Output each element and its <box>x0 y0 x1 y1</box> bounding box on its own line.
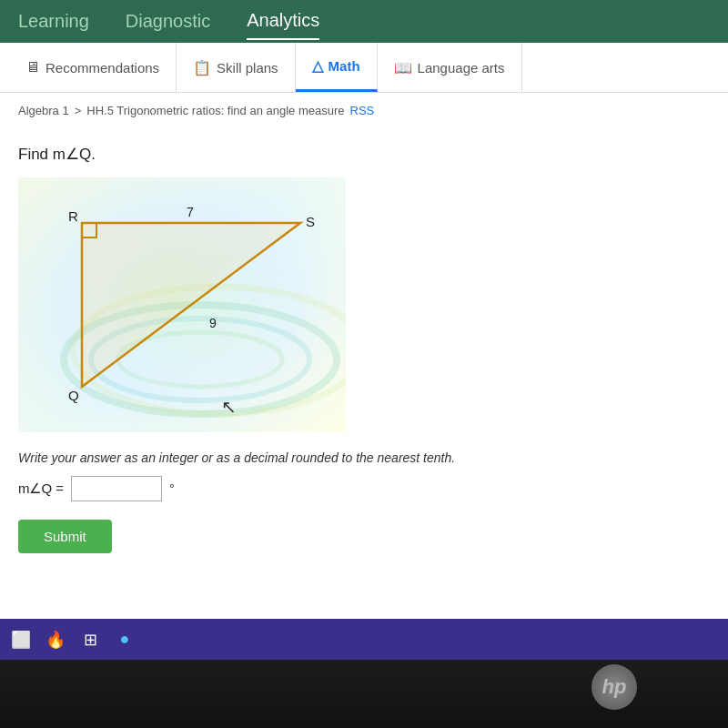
answer-label: m∠Q = <box>18 480 64 497</box>
taskbar-icon-2[interactable]: ⊞ <box>76 626 104 653</box>
main-content: Algebra 1 > HH.5 Trigonometric ratios: f… <box>0 93 728 593</box>
skill-plans-icon: 📋 <box>193 59 211 76</box>
recommendations-icon: 🖥 <box>25 59 40 76</box>
taskbar-icon-3[interactable]: ● <box>111 626 138 653</box>
language-arts-icon: 📖 <box>394 59 412 76</box>
vertex-r-label: R <box>68 208 78 224</box>
breadcrumb-parent[interactable]: Algebra 1 <box>18 104 69 117</box>
tab-recommendations-label: Recommendations <box>46 60 159 76</box>
triangle-diagram: R S Q 7 9 ↖ <box>18 177 346 432</box>
triangle-svg: R S Q 7 9 <box>18 177 346 432</box>
tab-language-arts-label: Language arts <box>418 60 505 76</box>
degree-symbol: ° <box>169 481 175 496</box>
side-hyp-label: 9 <box>209 316 217 330</box>
submit-button[interactable]: Submit <box>18 520 112 553</box>
answer-section: Write your answer as an integer or as a … <box>18 450 710 553</box>
answer-input[interactable] <box>71 476 162 501</box>
tab-bar: 🖥 Recommendations 📋 Skill plans △ Math 📖… <box>0 43 728 93</box>
taskbar-icon-0[interactable]: ⬜ <box>7 626 35 653</box>
tab-skill-plans[interactable]: 📋 Skill plans <box>177 43 296 92</box>
tab-math[interactable]: △ Math <box>296 43 378 92</box>
tab-math-label: Math <box>329 58 360 74</box>
breadcrumb-current: HH.5 Trigonometric ratios: find an angle… <box>86 104 344 117</box>
math-icon: △ <box>312 57 323 75</box>
answer-instruction: Write your answer as an integer or as a … <box>18 450 710 465</box>
problem-area: Find m∠Q. <box>18 136 710 562</box>
breadcrumb-separator: > <box>75 104 82 117</box>
breadcrumb-rss[interactable]: RSS <box>350 104 375 117</box>
side-top-label: 7 <box>187 205 194 219</box>
breadcrumb: Algebra 1 > HH.5 Trigonometric ratios: f… <box>18 104 710 117</box>
tab-recommendations[interactable]: 🖥 Recommendations <box>9 43 177 92</box>
answer-row: m∠Q = ° <box>18 476 710 501</box>
taskbar: ⬜ 🔥 ⊞ ● <box>0 619 728 660</box>
hp-logo: hp <box>592 664 637 710</box>
nav-diagnostic[interactable]: Diagnostic <box>126 4 210 39</box>
taskbar-icon-1[interactable]: 🔥 <box>42 626 69 653</box>
top-nav: Learning Diagnostic Analytics <box>0 0 728 43</box>
tab-language-arts[interactable]: 📖 Language arts <box>378 43 522 92</box>
tab-skill-plans-label: Skill plans <box>217 60 278 76</box>
vertex-q-label: Q <box>68 388 79 403</box>
vertex-s-label: S <box>306 214 315 229</box>
nav-analytics[interactable]: Analytics <box>247 3 319 40</box>
nav-learning[interactable]: Learning <box>18 4 89 39</box>
laptop-bezel: ⬜ 🔥 ⊞ ● hp <box>0 619 728 728</box>
problem-title: Find m∠Q. <box>18 145 710 164</box>
